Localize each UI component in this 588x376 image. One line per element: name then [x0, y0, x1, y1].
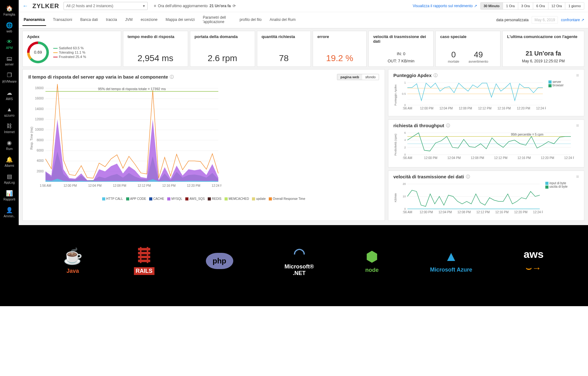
time-pill-1d[interactable]: 1 giorno — [565, 2, 584, 9]
svg-text:2: 2 — [404, 146, 406, 149]
view-report-link[interactable]: Visualizza il rapporto sul rendimento ↗ — [413, 4, 477, 8]
sidebar-item-internet[interactable]: ⛓Internet — [0, 120, 19, 136]
kpi-error: errore 19.2 % — [313, 31, 367, 67]
time-pill-6h[interactable]: 6 Ora — [533, 2, 548, 9]
svg-text:12:04 PM: 12:04 PM — [448, 156, 461, 160]
log-icon: ▤ — [0, 173, 19, 180]
info-icon[interactable]: ⓘ — [446, 123, 450, 128]
tab-database[interactable]: Banca dati — [79, 14, 99, 26]
svg-text:18000: 18000 — [35, 86, 44, 90]
kpi-last-communication: L'ultima comunicazione con l'agente 21 U… — [502, 31, 584, 67]
sidebar-item-reports[interactable]: 📊Rapporti — [0, 187, 19, 204]
svg-text:1:56 AM: 1:56 AM — [40, 184, 51, 187]
chart-toggle: pagina web sfondo — [337, 74, 379, 80]
apm-icon: 👁 — [0, 39, 19, 45]
svg-text:Punteggio Apdex: Punteggio Apdex — [394, 84, 397, 106]
svg-text:12:24 PM: 12:24 PM — [564, 156, 574, 160]
svg-text:12:08 PM: 12:08 PM — [458, 210, 471, 214]
tab-transactions[interactable]: Transazioni — [52, 14, 74, 26]
sidebar-item-admin[interactable]: 👤Ammin.. — [0, 204, 19, 220]
sidebar-item-web[interactable]: 🌐web — [0, 19, 19, 36]
svg-text:12:12 PM: 12:12 PM — [476, 210, 490, 214]
external-link-icon: ↗ — [474, 4, 477, 8]
tab-thread-profile[interactable]: profilo del filo — [238, 14, 263, 26]
svg-text:10000: 10000 — [35, 128, 44, 131]
sidebar-item-vmware[interactable]: ❐的VMware — [0, 69, 19, 86]
svg-text:12:24 PM: 12:24 PM — [212, 184, 221, 187]
sidebar-item-server[interactable]: 🖴server — [0, 52, 19, 69]
tab-overview[interactable]: Panoramica — [22, 14, 46, 26]
svg-text:6: 6 — [404, 131, 406, 134]
sidebar-item-applog[interactable]: ▤AppLog — [0, 170, 19, 187]
kpi-data-rate: velocità di trasmissione dei dati IN: 0 … — [368, 31, 434, 67]
azure-icon: ▲ — [0, 106, 19, 113]
tab-rum-analysis[interactable]: Analisi del Rum — [268, 14, 297, 26]
sidebar: 🏠Famiglia 🌐web 👁APM 🖴server ❐的VMware ☁AW… — [0, 0, 19, 306]
host-select[interactable]: All (2 hosts and 2 instances) ▾ — [64, 2, 148, 10]
chart-menu-icon[interactable]: ≡ — [576, 174, 579, 180]
tab-app-params[interactable]: Parametri dell 'applicazione — [202, 12, 233, 28]
last-update: ≡ Ora dell'ultimo aggiornamento 21 Un'or… — [154, 4, 236, 8]
refresh-icon[interactable]: ⟳ — [233, 4, 236, 8]
tab-service-map[interactable]: Mappa dei servizi — [164, 14, 196, 26]
custom-date-label: data personalizzata — [496, 18, 529, 22]
svg-text:95% del tempo di risposta tota: 95% del tempo di risposta totale = 17392… — [98, 87, 166, 91]
tech-band: ☕Java 🛤RAILS php ◠Microsoft®.NET ⬢node ▲… — [19, 225, 588, 306]
svg-text:12:00 PM: 12:00 PM — [420, 210, 433, 214]
info-icon[interactable]: ⓘ — [434, 73, 438, 78]
apdex-donut: 0.69 — [27, 41, 49, 63]
svg-text:0: 0 — [404, 207, 406, 210]
compare-link[interactable]: confrontare ↗ — [561, 18, 584, 22]
svg-text:12:20 PM: 12:20 PM — [187, 184, 200, 187]
svg-text:12:04 PM: 12:04 PM — [88, 184, 102, 187]
date-picker[interactable]: May 6, 2019 — [532, 16, 558, 24]
topbar: ← ZYLKER All (2 hosts and 2 instances) ▾… — [19, 0, 588, 12]
tab-jvm[interactable]: JVM — [124, 14, 134, 26]
home-icon: 🏠 — [0, 5, 19, 12]
data-rate-chart-panel: velocità di trasmissione dei datiⓘ ≡ 010… — [388, 171, 584, 221]
kpi-row: Apdex 0.69 Satisfied 63.5 % Tolerating 1… — [19, 28, 588, 69]
sidebar-item-home[interactable]: 🏠Famiglia — [0, 2, 19, 19]
svg-text:12000: 12000 — [35, 118, 44, 121]
time-pill-1h[interactable]: 1 Ora — [503, 2, 518, 9]
info-icon[interactable]: ⓘ — [466, 174, 470, 180]
svg-text:0: 0 — [404, 104, 406, 107]
kpi-quantity: quantità richiesta 78 — [257, 31, 311, 67]
tab-exception[interactable]: eccezione — [140, 14, 159, 26]
globe-icon: 🌐 — [0, 22, 19, 29]
tab-trace[interactable]: traccia — [105, 14, 118, 26]
time-pill-30m[interactable]: 30 Minuto — [481, 2, 503, 9]
svg-text:12:16 PM: 12:16 PM — [497, 107, 511, 110]
back-arrow-icon[interactable]: ← — [22, 3, 28, 9]
svg-text:12:20 PM: 12:20 PM — [541, 156, 554, 160]
sidebar-item-azure[interactable]: ▲azzurro — [0, 103, 19, 120]
bell-icon: 🔔 — [0, 156, 19, 163]
sidebar-item-alarms[interactable]: 🔔Allarmi — [0, 153, 19, 170]
chart-menu-icon[interactable]: ≡ — [576, 123, 579, 128]
main-content: ← ZYLKER All (2 hosts and 2 instances) ▾… — [19, 0, 588, 306]
svg-text::56 AM: :56 AM — [402, 107, 412, 110]
time-pill-3h[interactable]: 3 Ora — [518, 2, 533, 9]
time-pill-12h[interactable]: 12 Ora — [548, 2, 566, 9]
aws-icon: ☁ — [0, 89, 19, 96]
chart-menu-icon[interactable]: ≡ — [576, 73, 579, 78]
toggle-bg[interactable]: sfondo — [362, 74, 379, 80]
svg-text:12:08 PM: 12:08 PM — [459, 107, 472, 110]
svg-text:2000: 2000 — [37, 169, 44, 173]
sidebar-item-apm[interactable]: 👁APM — [0, 36, 19, 52]
external-link-icon: ↗ — [581, 18, 584, 22]
svg-text:12:20 PM: 12:20 PM — [517, 107, 530, 110]
info-icon[interactable]: ⓘ — [170, 74, 174, 80]
svg-text:12:08 PM: 12:08 PM — [113, 184, 126, 187]
svg-text:12:04 PM: 12:04 PM — [439, 107, 453, 110]
sidebar-item-rum[interactable]: ◉Rum — [0, 136, 19, 153]
svg-text:10: 10 — [403, 195, 406, 198]
sidebar-item-aws[interactable]: ☁AWS — [0, 86, 19, 103]
toggle-web[interactable]: pagina web — [337, 74, 362, 80]
response-time-chart-panel: Il tempo di risposta del server app vari… — [22, 69, 385, 221]
svg-text:Produttività (cpm): Produttività (cpm) — [394, 134, 397, 156]
svg-text:12:16 PM: 12:16 PM — [518, 156, 531, 160]
svg-text:12:16 PM: 12:16 PM — [162, 184, 176, 187]
kpi-special-case: caso speciale 0mortale 49avvertimento — [435, 31, 500, 67]
svg-text::56 AM: :56 AM — [402, 156, 412, 160]
